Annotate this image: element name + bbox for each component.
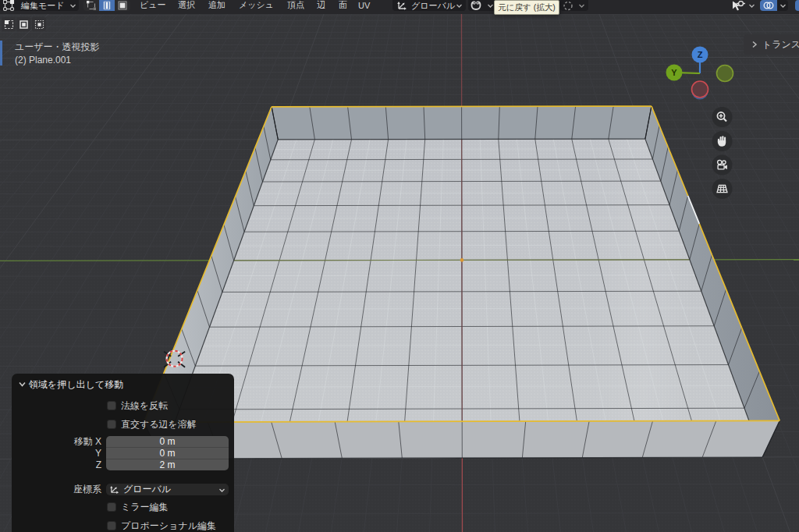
- move-x-value: 0 m: [159, 436, 175, 447]
- viewport-header: 編集モード ビュー 選択 追加 メッシュ 頂点 辺 面 UV グローバル: [0, 0, 799, 14]
- chevron-down-icon: [578, 2, 585, 9]
- move-y-label: Y: [95, 448, 101, 459]
- chevron-down-icon[interactable]: [748, 2, 755, 9]
- overlays-icon: [763, 1, 774, 10]
- chevron-down-icon: [487, 2, 494, 9]
- chevron-down-icon: [69, 2, 76, 9]
- chevron-down-icon: [779, 2, 787, 9]
- menu-vertex[interactable]: 頂点: [287, 0, 304, 10]
- orientation-row-label: 座標系: [73, 484, 101, 495]
- object-origin-dot: [460, 258, 464, 262]
- select-mode-edge-button[interactable]: [99, 0, 115, 11]
- transform-orientation-dropdown[interactable]: グローバル: [392, 0, 466, 11]
- panel-collapse-chevron-icon[interactable]: [18, 380, 27, 388]
- menu-add[interactable]: 追加: [208, 0, 225, 10]
- orientation-icon: [396, 1, 407, 11]
- select-extend-button[interactable]: [16, 17, 30, 31]
- orientation-label: グローバル: [411, 0, 455, 12]
- show-overlays-button[interactable]: [760, 0, 777, 11]
- dissolve-checkbox[interactable]: [107, 420, 116, 429]
- face-select-icon: [118, 1, 127, 10]
- move-z-field[interactable]: 2 m: [106, 459, 229, 470]
- sidebar-tab-transform[interactable]: トランスフォーム: [744, 34, 799, 55]
- orientation-select-value: グローバル: [123, 484, 171, 495]
- tooltip: 元に戻す (拡大): [494, 0, 559, 15]
- vertex-select-icon: [87, 1, 96, 10]
- proportional-checkbox[interactable]: [107, 521, 116, 530]
- active-object-label: (2) Plane.001: [15, 55, 71, 66]
- nav-perspective-button[interactable]: [712, 179, 733, 199]
- move-z-value: 2 m: [159, 459, 175, 470]
- menu-uv[interactable]: UV: [358, 0, 370, 10]
- orientation-select[interactable]: グローバル: [106, 484, 229, 495]
- select-new-icon: [4, 20, 14, 30]
- menu-edge[interactable]: 辺: [317, 0, 325, 10]
- chevron-right-icon: [751, 40, 758, 49]
- select-mode-face-button[interactable]: [115, 0, 130, 11]
- mirror-checkbox[interactable]: [107, 502, 116, 512]
- blender-window: Y Z 編集モード ビュー 選択 追加 メッシュ 頂点: [0, 0, 799, 532]
- edge-select-icon: [102, 1, 112, 10]
- move-y-field[interactable]: 0 m: [106, 448, 229, 459]
- mirror-label: ミラー編集: [121, 502, 169, 512]
- snapping-control[interactable]: [468, 0, 497, 11]
- proportional-edit-icon: [563, 1, 574, 11]
- select-mode-vertex-button[interactable]: [83, 0, 99, 11]
- select-subtract-icon: [34, 20, 44, 30]
- menu-select[interactable]: 選択: [178, 0, 195, 10]
- nav-axis-z-label: Z: [698, 50, 703, 59]
- select-subtract-button[interactable]: [32, 17, 46, 31]
- menu-view[interactable]: ビュー: [140, 0, 166, 10]
- nav-pan-button[interactable]: [712, 131, 733, 151]
- nav-zoom-button[interactable]: [712, 107, 733, 127]
- nav-axis-neg-x: [692, 81, 708, 98]
- view-mode-label: ユーザー・透視投影: [15, 41, 100, 54]
- menu-mesh[interactable]: メッシュ: [239, 0, 274, 10]
- snap-magnet-icon: [471, 1, 481, 11]
- move-y-value: 0 m: [159, 448, 175, 459]
- flip-normals-checkbox[interactable]: [107, 401, 116, 410]
- tooltip-text: 元に戻す (拡大): [498, 2, 555, 13]
- operator-panel-title[interactable]: 領域を押し出して移動: [29, 378, 123, 392]
- chevron-down-icon: [456, 2, 463, 9]
- nav-camera-button[interactable]: [712, 155, 733, 176]
- move-x-label: 移動 X: [74, 436, 101, 447]
- xray-toggle-button[interactable]: [795, 0, 799, 11]
- toolbar-accent-strip: [0, 41, 2, 66]
- show-gizmo-icon[interactable]: [730, 1, 746, 12]
- sidebar-tab-label: トランスフォーム: [762, 38, 799, 51]
- select-extend-icon: [19, 20, 29, 30]
- nav-axis-y-label: Y: [671, 68, 677, 77]
- orientation-icon: [109, 485, 119, 495]
- overlays-dropdown[interactable]: [777, 0, 788, 11]
- menu-face[interactable]: 面: [339, 0, 347, 10]
- nav-axis-neg-y: [717, 66, 733, 82]
- move-x-field[interactable]: 0 m: [106, 436, 229, 448]
- dissolve-label: 直交する辺を溶解: [121, 420, 197, 430]
- move-z-label: Z: [96, 459, 101, 470]
- mode-selector[interactable]: 編集モード: [0, 0, 79, 11]
- select-set-button[interactable]: [2, 17, 16, 31]
- operator-panel: 領域を押し出して移動 法線を反転 直交する辺を溶解 移動 X 0 m Y 0 m…: [12, 374, 234, 532]
- proportional-label: プロポーショナル編集: [121, 521, 216, 531]
- mode-selector-label: 編集モード: [21, 0, 65, 12]
- flip-normals-label: 法線を反転: [121, 401, 168, 411]
- edit-mode-icon: [3, 0, 15, 11]
- chevron-down-icon: [218, 487, 225, 494]
- proportional-edit-control[interactable]: [560, 0, 588, 11]
